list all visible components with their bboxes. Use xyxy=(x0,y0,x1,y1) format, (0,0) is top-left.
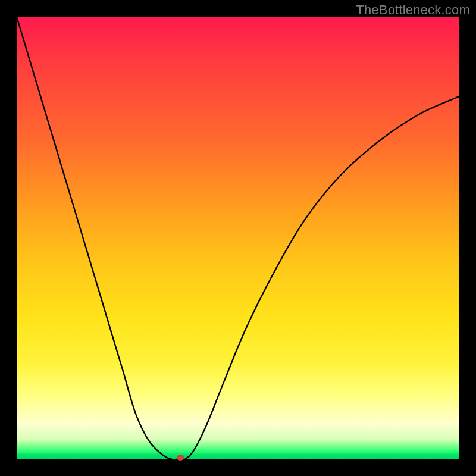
chart-frame: TheBottleneck.com xyxy=(0,0,476,476)
curve-svg xyxy=(17,17,459,459)
watermark-text: TheBottleneck.com xyxy=(356,2,470,18)
plot-area xyxy=(17,17,459,459)
bottleneck-curve xyxy=(17,17,459,460)
optimum-marker xyxy=(177,455,184,461)
